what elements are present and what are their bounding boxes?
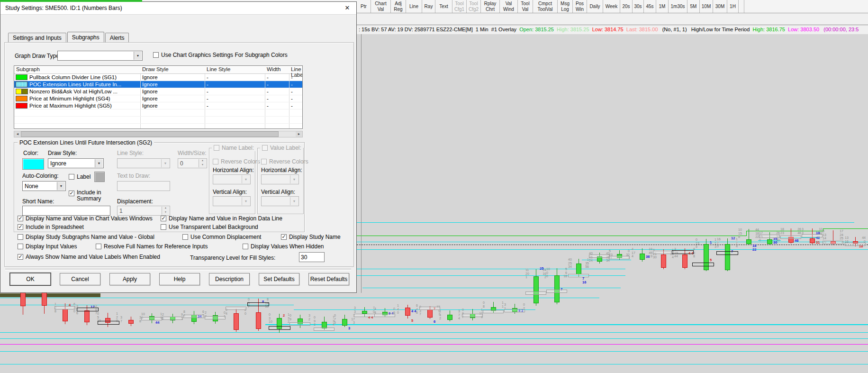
footprint-numbers: 401 bbox=[568, 258, 589, 261]
toolbar-button-30m[interactable]: 30M bbox=[713, 0, 727, 13]
label-color-swatch[interactable] bbox=[94, 172, 105, 182]
toolbar-button-daily[interactable]: Daily bbox=[587, 0, 603, 13]
column-header-line-style[interactable]: Line Style bbox=[207, 66, 231, 72]
column-header-width[interactable]: Width bbox=[267, 66, 280, 72]
scroll-right-icon[interactable]: ► bbox=[296, 131, 302, 137]
toolbar-button-1m[interactable]: 1M bbox=[656, 0, 669, 13]
cancel-button[interactable]: Cancel bbox=[60, 273, 100, 285]
checkbox-display-input-values[interactable]: Display Input Values bbox=[18, 243, 77, 250]
toolbar-button-pos-win[interactable]: Pos Win bbox=[573, 0, 587, 13]
set-defaults-button[interactable]: Set Defaults bbox=[259, 273, 299, 285]
checkbox-display-name-and-value-in-chart-values-windows[interactable]: Display Name and Value in Chart Values W… bbox=[18, 215, 153, 222]
poc-highlight-box bbox=[314, 328, 335, 331]
checkbox-use-transparent-label-background[interactable]: Use Transparent Label Background bbox=[161, 224, 258, 230]
checkbox-include-in-spreadsheet[interactable]: Include in Spreadsheet bbox=[18, 224, 84, 230]
toolbar-button-30s[interactable]: 30s bbox=[633, 0, 644, 13]
toolbar-button-ptr[interactable]: Ptr bbox=[357, 0, 371, 13]
table-row-price-at-maximum-highlight-sg5[interactable]: Price at Maximum Highlight (SG5)Ignore--… bbox=[14, 102, 302, 109]
column-header-draw-style[interactable]: Draw Style bbox=[142, 66, 169, 72]
checkbox-box[interactable] bbox=[281, 234, 287, 240]
toolbar-button-45s[interactable]: 45s bbox=[644, 0, 656, 13]
checkbox-use-common-displacement[interactable]: Use Common Displacement bbox=[182, 234, 261, 240]
tab-settings-and-inputs[interactable]: Settings and Inputs bbox=[8, 33, 66, 43]
checkbox-display-study-name[interactable]: Display Study Name bbox=[281, 234, 341, 240]
checkbox-display-values-when-hidden[interactable]: Display Values When Hidden bbox=[243, 243, 324, 250]
description-button[interactable]: Description bbox=[209, 273, 250, 285]
dialog-titlebar[interactable]: Study Settings: SME500. ID:1 (Numbers Ba… bbox=[0, 2, 356, 15]
toolbar-button-cmpct-toolval[interactable]: Cmpct ToolVal bbox=[533, 0, 558, 13]
toolbar-button-chart-val[interactable]: Chart Val bbox=[371, 0, 391, 13]
footprint-highlight-number: 3 bbox=[348, 327, 350, 330]
toolbar-button-tool-cfg1[interactable]: Tool Cfg1 bbox=[452, 0, 467, 13]
checkbox-always-show-name-and-value-labels-when-enabled[interactable]: Always Show Name and Value Labels When E… bbox=[18, 254, 160, 260]
checkbox-box[interactable] bbox=[18, 234, 23, 240]
use-chart-graphics-checkbox[interactable]: Use Chart Graphics Settings For Subgraph… bbox=[153, 52, 288, 58]
footprint-numbers: 24 bbox=[439, 317, 460, 320]
checkbox-box[interactable] bbox=[161, 216, 166, 221]
help-button[interactable]: Help bbox=[159, 273, 200, 285]
close-icon[interactable]: ✕ bbox=[342, 3, 353, 13]
checkbox-box[interactable] bbox=[18, 216, 23, 221]
toolbar-button-blank[interactable] bbox=[739, 0, 744, 13]
cyan-study-line bbox=[0, 351, 868, 352]
checkbox-display-study-subgraphs-name-and-value-global[interactable]: Display Study Subgraphs Name and Value -… bbox=[18, 234, 154, 240]
footprint-numbers: 34 bbox=[314, 323, 335, 326]
toolbar-button-ray[interactable]: Ray bbox=[422, 0, 435, 13]
draw-style-dropdown[interactable]: Ignore ▼ bbox=[48, 158, 104, 168]
tab-subgraphs[interactable]: Subgraphs bbox=[67, 32, 104, 43]
checkbox-box[interactable] bbox=[182, 234, 188, 240]
scroll-left-icon[interactable]: ◄ bbox=[14, 131, 21, 137]
toolbar-button-msg-log[interactable]: Msg Log bbox=[558, 0, 573, 13]
transparency-input[interactable] bbox=[299, 252, 325, 262]
cyan-study-line bbox=[0, 332, 868, 333]
toolbar-button-tool-val[interactable]: Tool Val bbox=[518, 0, 533, 13]
toolbar-button-10m[interactable]: 10M bbox=[700, 0, 713, 13]
table-horizontal-scrollbar[interactable]: ◄ ► bbox=[14, 131, 303, 137]
scrollbar-thumb[interactable] bbox=[21, 131, 279, 137]
short-name-input[interactable] bbox=[22, 206, 110, 216]
line-style-cell: - bbox=[207, 102, 208, 109]
checkbox-resolve-full-names-for-reference-inputs[interactable]: Resolve Full Names for Reference Inputs bbox=[96, 243, 208, 250]
include-in-summary-checkbox[interactable]: Include in Summary bbox=[69, 190, 121, 202]
toolbar-button-adj-reg[interactable]: Adj Reg bbox=[391, 0, 406, 13]
color-swatch[interactable] bbox=[22, 158, 44, 170]
table-row-price-at-minimum-highlight-sg4[interactable]: Price at Minimum Highlight (SG4)Ignore--… bbox=[14, 95, 302, 102]
apply-button[interactable]: Apply bbox=[109, 273, 150, 285]
footprint-numbers: 86 bbox=[183, 310, 204, 313]
toolbar-button-line[interactable]: Line bbox=[406, 0, 422, 13]
toolbar-button-1h[interactable]: 1H bbox=[727, 0, 739, 13]
checkbox-box[interactable] bbox=[243, 244, 248, 249]
label-checkbox[interactable]: Label bbox=[69, 173, 90, 180]
toolbar-button-tool-cfg2[interactable]: Tool Cfg2 bbox=[467, 0, 481, 13]
checkbox-display-name-and-value-in-region-data-line[interactable]: Display Name and Value in Region Data Li… bbox=[161, 215, 282, 222]
footprint-numbers: 01 bbox=[462, 308, 483, 311]
table-row-nonzero-bid-ask-vol-at-high-low[interactable]: Nonzero Bid&Ask Vol at High/Low ...Ignor… bbox=[14, 88, 302, 95]
toolbar-button-1m30s[interactable]: 1m30s bbox=[669, 0, 687, 13]
footprint-numbers: 08 bbox=[248, 298, 269, 301]
reset-defaults-button[interactable]: Reset Defaults bbox=[308, 273, 349, 285]
checkbox-box[interactable] bbox=[153, 52, 159, 58]
auto-coloring-dropdown[interactable]: None ▼ bbox=[22, 181, 66, 191]
footprint-numbers: 20 bbox=[205, 311, 226, 314]
checkbox-box[interactable] bbox=[96, 244, 101, 249]
toolbar-button-20s[interactable]: 20s bbox=[620, 0, 633, 13]
text-to-draw-input bbox=[117, 181, 170, 191]
graph-draw-type-dropdown[interactable]: ▼ bbox=[57, 51, 143, 61]
toolbar-button-text[interactable]: Text bbox=[435, 0, 452, 13]
column-header-subgraph[interactable]: Subgraph bbox=[16, 66, 40, 72]
toolbar-button-week[interactable]: Week bbox=[603, 0, 620, 13]
tab-alerts[interactable]: Alerts bbox=[105, 33, 129, 43]
checkbox-box[interactable] bbox=[18, 224, 23, 230]
ok-button[interactable]: OK bbox=[10, 273, 51, 285]
footprint-numbers: 33 bbox=[269, 317, 289, 320]
table-row-pullback-column-divider-line-sg1[interactable]: Pullback Column Divider Line (SG1)Ignore… bbox=[14, 74, 302, 81]
checkbox-box[interactable] bbox=[18, 244, 23, 249]
footprint-numbers: 30 bbox=[504, 303, 525, 306]
toolbar-button-val-wind[interactable]: Val Wind bbox=[500, 0, 518, 13]
checkbox-box[interactable] bbox=[18, 254, 23, 260]
status-segment: : 15s BV: 57 AV: 19 DV: 2589771 ESZ22-CM… bbox=[359, 27, 519, 32]
checkbox-box[interactable] bbox=[161, 224, 166, 230]
toolbar-button-5m[interactable]: 5M bbox=[687, 0, 700, 13]
table-row-poc-extension-lines-until-future-in[interactable]: POC Extension Lines Until Future In...Ig… bbox=[14, 81, 302, 88]
toolbar-button-rplay-chrt[interactable]: Rplay Chrt bbox=[481, 0, 500, 13]
